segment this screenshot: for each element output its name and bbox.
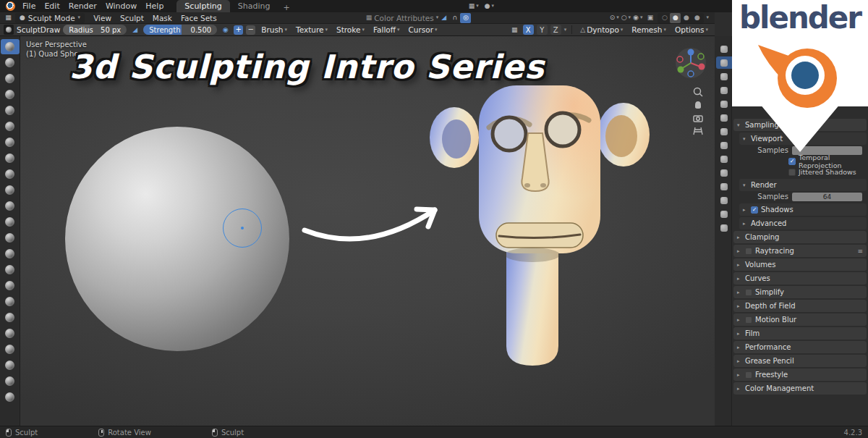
- workspace-tab-shading[interactable]: Shading: [230, 0, 278, 12]
- menu-file[interactable]: File: [18, 0, 40, 12]
- panel-advanced[interactable]: ▸ Advanced: [739, 217, 867, 229]
- panel-menu-icon[interactable]: ≡: [857, 248, 863, 255]
- menu-face-sets[interactable]: Face Sets: [176, 12, 221, 24]
- view-layer-selector[interactable]: ● ▾: [485, 3, 494, 9]
- texture-menu[interactable]: Texture ▾: [293, 25, 331, 34]
- tab-physics[interactable]: [716, 167, 732, 179]
- tool-fill[interactable]: [1, 214, 20, 229]
- gizmos-menu[interactable]: ○ ▾: [621, 14, 631, 21]
- falloff-shape-button[interactable]: ◢: [438, 13, 449, 23]
- tool-multiplane-scrape[interactable]: [1, 246, 20, 261]
- tab-output[interactable]: [716, 70, 732, 83]
- tool-pinch[interactable]: [1, 262, 20, 277]
- tab-render[interactable]: [716, 56, 732, 69]
- stroke-menu[interactable]: Stroke ▾: [333, 25, 367, 34]
- menu-help[interactable]: Help: [141, 0, 168, 12]
- zoom-button[interactable]: [692, 85, 705, 98]
- brush-preview[interactable]: [4, 25, 14, 35]
- tab-object-data[interactable]: [716, 194, 732, 206]
- menu-edit[interactable]: Edit: [40, 0, 64, 12]
- panel-grease-pencil[interactable]: ▸ Grease Pencil: [733, 355, 867, 367]
- panel-motion-blur[interactable]: ▸ Motion Blur: [733, 313, 867, 326]
- tool-smooth[interactable]: [1, 182, 20, 198]
- proportional-edit-button[interactable]: ◎: [460, 13, 471, 23]
- jittered-shadows-checkbox[interactable]: [788, 169, 796, 176]
- tab-object[interactable]: [716, 125, 732, 138]
- tool-clay-strips[interactable]: [1, 87, 20, 102]
- shading-options-chevron[interactable]: ▾: [706, 15, 709, 20]
- tab-scene[interactable]: [716, 98, 732, 110]
- editor-type-icon[interactable]: ▦: [3, 13, 14, 23]
- panel-performance[interactable]: ▸ Performance: [733, 341, 867, 353]
- tool-thumb[interactable]: [1, 326, 20, 341]
- tool-grab[interactable]: [1, 278, 20, 293]
- blender-app-icon[interactable]: [6, 1, 15, 11]
- tab-material[interactable]: [716, 208, 732, 220]
- menu-render[interactable]: Render: [64, 0, 101, 12]
- dyntopo-menu[interactable]: △ Dyntopo ▾: [577, 25, 626, 34]
- panel-render-samples[interactable]: ▾ Render: [739, 179, 867, 191]
- mirror-y-toggle[interactable]: Y: [537, 25, 548, 35]
- strength-slider[interactable]: Strength 0.500: [143, 25, 217, 35]
- tab-tool[interactable]: [716, 43, 732, 55]
- menu-view[interactable]: View: [89, 12, 116, 24]
- menu-sculpt[interactable]: Sculpt: [116, 12, 148, 24]
- tool-nudge[interactable]: [1, 358, 20, 373]
- mode-selector[interactable]: ● Sculpt Mode ▾: [15, 13, 85, 23]
- tool-mask[interactable]: [1, 389, 20, 405]
- shading-material-button[interactable]: ●: [681, 13, 692, 23]
- strength-pressure-button[interactable]: ◉: [220, 25, 231, 35]
- tool-inflate[interactable]: [1, 135, 20, 150]
- overlays-menu[interactable]: ◉ ▾: [633, 14, 642, 21]
- tool-clay-thumb[interactable]: [1, 103, 20, 118]
- radius-slider[interactable]: Radius 50 px: [63, 25, 127, 35]
- radius-pressure-button[interactable]: ◢: [129, 25, 140, 35]
- tab-view-layer[interactable]: [716, 84, 732, 96]
- panel-volumes[interactable]: ▸ Volumes: [733, 258, 867, 271]
- tool-flatten[interactable]: [1, 198, 20, 214]
- tool-scrape[interactable]: [1, 230, 20, 245]
- panel-shadows[interactable]: ▸ ✓ Shadows: [739, 203, 867, 216]
- raytracing-checkbox[interactable]: [745, 248, 752, 255]
- tab-modifiers[interactable]: [716, 139, 732, 151]
- add-mode-button[interactable]: +: [234, 25, 243, 35]
- scene-selector[interactable]: ▦ ▾: [469, 3, 479, 9]
- cursor-menu[interactable]: Cursor ▾: [406, 25, 441, 34]
- simplify-checkbox[interactable]: [745, 289, 752, 296]
- tool-clay[interactable]: [1, 71, 20, 86]
- show-hide-menu[interactable]: ⊙ ▾: [610, 14, 619, 21]
- tab-constraints[interactable]: [716, 180, 732, 193]
- subtract-mode-button[interactable]: −: [246, 25, 255, 35]
- tool-draw-sharp[interactable]: [1, 55, 20, 70]
- render-samples-field[interactable]: 64: [792, 193, 862, 201]
- camera-view-button[interactable]: [692, 111, 705, 125]
- remesh-menu[interactable]: Remesh ▾: [629, 25, 669, 34]
- shading-wireframe-button[interactable]: ○: [659, 13, 670, 23]
- shadows-checkbox[interactable]: ✓: [751, 206, 758, 214]
- pan-hand-button[interactable]: [692, 98, 705, 111]
- shading-rendered-button[interactable]: ●: [692, 13, 702, 23]
- tool-layer[interactable]: [1, 119, 20, 134]
- panel-curves[interactable]: ▸ Curves: [733, 272, 867, 285]
- tab-texture[interactable]: [716, 222, 732, 234]
- falloff-menu[interactable]: Falloff ▾: [370, 25, 403, 34]
- snap-button[interactable]: ∩: [449, 13, 460, 23]
- add-workspace-button[interactable]: +: [278, 3, 294, 12]
- color-attributes-selector[interactable]: ▦ Color Attributes ▾: [366, 14, 439, 22]
- panel-simplify[interactable]: ▸ Simplify: [733, 286, 867, 298]
- menu-window[interactable]: Window: [101, 0, 141, 12]
- navigation-gizmo[interactable]: [674, 46, 707, 80]
- panel-freestyle[interactable]: ▸ Freestyle: [733, 368, 867, 381]
- tab-particles[interactable]: [716, 153, 732, 165]
- tool-slide-relax[interactable]: [1, 374, 20, 389]
- panel-clamping[interactable]: ▸ Clamping: [733, 231, 867, 243]
- tool-crease[interactable]: [1, 167, 20, 182]
- panel-depth-of-field[interactable]: ▸ Depth of Field: [733, 300, 867, 312]
- tool-draw[interactable]: [1, 39, 20, 54]
- menu-mask[interactable]: Mask: [148, 12, 176, 24]
- chevron-down-icon[interactable]: ▾: [564, 28, 567, 33]
- tool-elastic-deform[interactable]: [1, 294, 20, 309]
- options-menu[interactable]: Options ▾: [672, 25, 711, 34]
- motion-blur-checkbox[interactable]: [745, 316, 752, 324]
- workspace-tab-sculpting[interactable]: Sculpting: [176, 0, 229, 12]
